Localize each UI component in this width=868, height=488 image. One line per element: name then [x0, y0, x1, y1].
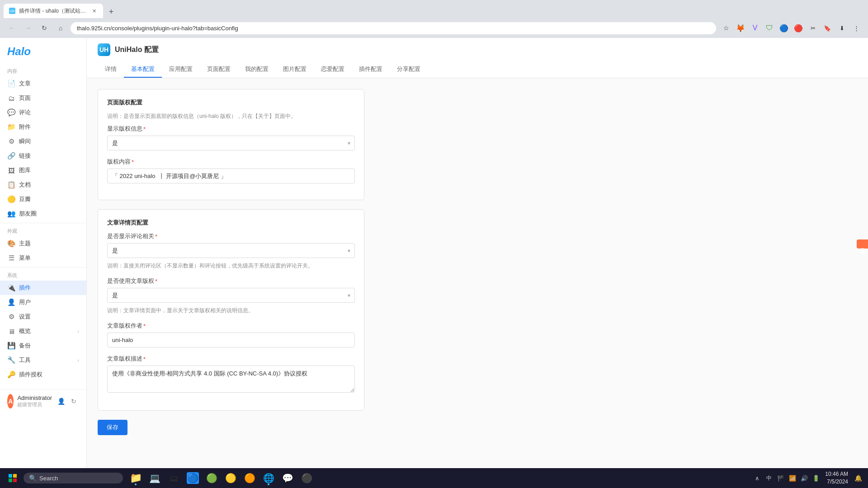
tray-zh-icon[interactable]: 中 [764, 473, 774, 483]
sidebar-item-theme[interactable]: 🎨 主题 [0, 236, 86, 251]
article-section-title: 文章详情页配置 [107, 219, 355, 227]
tray-flag-icon[interactable]: 🏴 [775, 473, 786, 483]
ext2-icon[interactable]: V [749, 22, 761, 34]
user-settings-button[interactable]: 👤 [56, 396, 66, 407]
page-header: UH UniHalo 配置 详情 基本配置 应用配置 页面配置 我的配置 图片配… [87, 38, 868, 78]
sidebar-item-label: 概览 [19, 327, 31, 335]
menu-nav-icon: ☰ [7, 254, 15, 262]
forward-button[interactable]: → [22, 22, 34, 34]
tools-icon: 🔧 [7, 356, 15, 364]
new-tab-button[interactable]: + [105, 5, 118, 18]
taskbar-app-terminal[interactable]: 💻 [146, 469, 164, 487]
notification-icon[interactable]: 🔔 [852, 472, 864, 484]
ext6-icon[interactable]: ✂ [807, 22, 819, 34]
sidebar-item-plugin-auth[interactable]: 🔑 插件授权 [0, 367, 86, 382]
sidebar-item-attachment[interactable]: 📁 附件 [0, 120, 86, 134]
taskbar-app-explorer[interactable]: 📁 [127, 469, 145, 487]
taskbar-app-chrome[interactable]: 🌐 [259, 469, 278, 487]
sidebar-item-tools[interactable]: 🔧 工具 › [0, 353, 86, 367]
tab-myconfig[interactable]: 我的配置 [238, 61, 276, 78]
tray-up-icon[interactable]: ∧ [752, 473, 763, 483]
tab-imageconfig[interactable]: 图片配置 [276, 61, 314, 78]
sidebar-item-gallery[interactable]: 🖼 图库 [0, 163, 86, 178]
sidebar-item-menu[interactable]: ☰ 菜单 [0, 251, 86, 265]
menu-icon[interactable]: ⋮ [850, 22, 863, 34]
taskbar-app-blue[interactable]: 🔵 [184, 469, 202, 487]
sidebar-item-label: 页面 [19, 94, 31, 102]
ext4-icon[interactable]: 🔵 [778, 22, 790, 34]
save-button[interactable]: 保存 [98, 420, 127, 435]
taskbar-app-dark[interactable]: ⚫ [297, 469, 316, 487]
sidebar-item-douban[interactable]: 🟡 豆瓣 [0, 192, 86, 206]
taskbar-app-green[interactable]: 🟢 [203, 469, 221, 487]
tray-wifi-icon[interactable]: 📶 [787, 473, 798, 483]
tab-loveconfig[interactable]: 恋爱配置 [314, 61, 352, 78]
address-input[interactable] [71, 22, 716, 34]
sidebar-item-settings[interactable]: ⚙ 设置 [0, 310, 86, 324]
article-author-input[interactable] [107, 333, 355, 347]
start-button[interactable] [4, 469, 22, 487]
show-comment-select[interactable]: 是 否 [107, 243, 355, 258]
sidebar-item-backup[interactable]: 💾 备份 [0, 338, 86, 353]
sidebar-item-comment[interactable]: 💬 评论 [0, 105, 86, 120]
taskbar-time[interactable]: 10:46 AM 7/5/2024 [825, 470, 848, 486]
ext1-icon[interactable]: 🦊 [734, 22, 747, 34]
taskbar-app-files[interactable]: 🗂 [165, 469, 183, 487]
copyright-section-title: 页面版权配置 [107, 99, 355, 107]
sidebar-item-page[interactable]: 🗂 页面 [0, 91, 86, 105]
show-comment-label: 是否显示评论相关 * [107, 232, 355, 240]
taskbar-app-yellow[interactable]: 🟡 [222, 469, 240, 487]
feedback-panel[interactable]: 意见反馈 [857, 239, 868, 249]
show-copyright-select[interactable]: 是 否 [107, 136, 355, 150]
taskbar-app-chat[interactable]: 💬 [278, 469, 297, 487]
required-marker-5: * [143, 323, 146, 329]
app-container: Halo 内容 📄 文章 🗂 页面 💬 评论 📁 附件 ⚙ 瞬间 🔗 链接 🖼 [0, 38, 868, 468]
backup-icon: 💾 [7, 342, 15, 350]
reload-button[interactable]: ↻ [38, 22, 51, 34]
tab-appconfig[interactable]: 应用配置 [162, 61, 200, 78]
user-logout-button[interactable]: ↻ [68, 396, 79, 407]
home-button[interactable]: ⌂ [54, 22, 67, 34]
sidebar-item-plugin[interactable]: 🔌 插件 [0, 281, 86, 295]
sidebar-item-moment[interactable]: ⚙ 瞬间 [0, 134, 86, 149]
gallery-icon: 🖼 [7, 166, 15, 174]
ext7-icon[interactable]: 🔖 [821, 22, 834, 34]
copyright-content-field: 版权内容 * [107, 158, 355, 183]
tab-close-button[interactable]: ✕ [90, 7, 98, 14]
plugin-auth-icon: 🔑 [7, 371, 15, 379]
taskbar-app-orange[interactable]: 🟠 [241, 469, 259, 487]
tab-favicon: UH [9, 8, 15, 14]
tab-shareconfig[interactable]: 分享配置 [390, 61, 428, 78]
sidebar-item-link[interactable]: 🔗 链接 [0, 149, 86, 163]
back-button[interactable]: ← [5, 22, 18, 34]
sidebar-item-overview[interactable]: 🖥 概览 › [0, 324, 86, 338]
tray-speaker-icon[interactable]: 🔊 [799, 473, 810, 483]
tab-pageconfig[interactable]: 页面配置 [200, 61, 238, 78]
browser-extensions: ☆ 🦊 V 🛡 🔵 🔴 ✂ 🔖 ⬇ ⋮ [720, 22, 863, 34]
active-tab[interactable]: UH 插件详情 - uhalo（测试站点） ✕ [4, 4, 103, 18]
article-author-label: 文章版权作者 * [107, 322, 355, 330]
required-marker-4: * [155, 278, 157, 285]
tray-battery-icon[interactable]: 🔋 [811, 473, 821, 483]
overview-icon: 🖥 [7, 327, 15, 335]
copyright-content-input[interactable] [107, 169, 355, 183]
use-article-copyright-label: 是否使用文章版权 * [107, 277, 355, 285]
tab-detail[interactable]: 详情 [98, 61, 124, 78]
use-article-copyright-select[interactable]: 是 否 [107, 288, 355, 303]
ext3-icon[interactable]: 🛡 [763, 22, 776, 34]
ext5-icon[interactable]: 🔴 [792, 22, 805, 34]
tab-pluginconfig[interactable]: 插件配置 [352, 61, 390, 78]
tab-basicconfig[interactable]: 基本配置 [124, 61, 162, 78]
sidebar-item-label: 工具 [19, 356, 31, 364]
ext8-icon[interactable]: ⬇ [835, 22, 848, 34]
sidebar-item-article[interactable]: 📄 文章 [0, 76, 86, 91]
taskbar-search[interactable]: 🔍 Search [24, 473, 123, 483]
sidebar-item-user[interactable]: 👤 用户 [0, 295, 86, 310]
show-copyright-label: 显示版权信息 * [107, 125, 355, 133]
sidebar-item-doc[interactable]: 📋 文档 [0, 178, 86, 192]
address-bar-row: ← → ↻ ⌂ ☆ 🦊 V 🛡 🔵 🔴 ✂ 🔖 ⬇ ⋮ [0, 18, 868, 38]
sidebar-item-friend[interactable]: 👥 朋友圈 [0, 206, 86, 221]
logo-text: Halo [7, 45, 31, 57]
star-icon[interactable]: ☆ [720, 22, 732, 34]
article-desc-textarea[interactable]: 使用《非商业性使用-相同方式共享 4.0 国际 (CC BY-NC-SA 4.0… [107, 366, 355, 393]
